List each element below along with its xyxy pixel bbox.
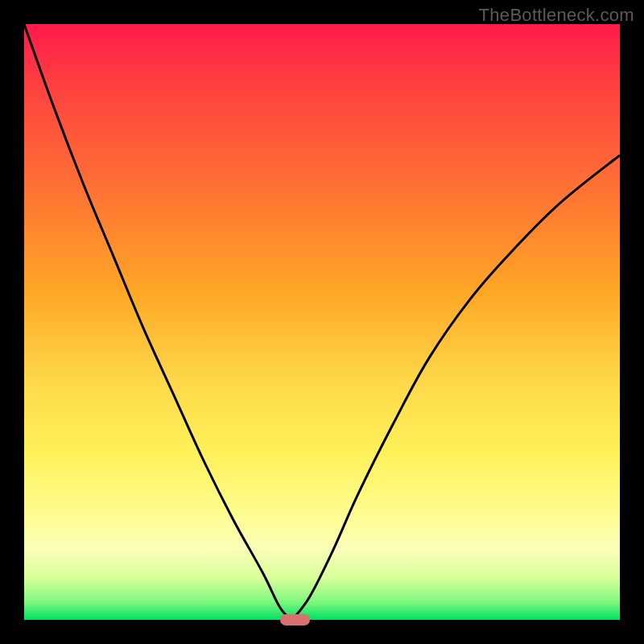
curve-right-branch xyxy=(292,155,620,620)
bottleneck-curve xyxy=(24,24,620,620)
plot-area xyxy=(24,24,620,620)
optimal-marker xyxy=(280,614,310,625)
outer-frame: TheBottleneck.com xyxy=(0,0,644,644)
watermark-text: TheBottleneck.com xyxy=(479,5,634,26)
curve-left-branch xyxy=(24,24,292,620)
